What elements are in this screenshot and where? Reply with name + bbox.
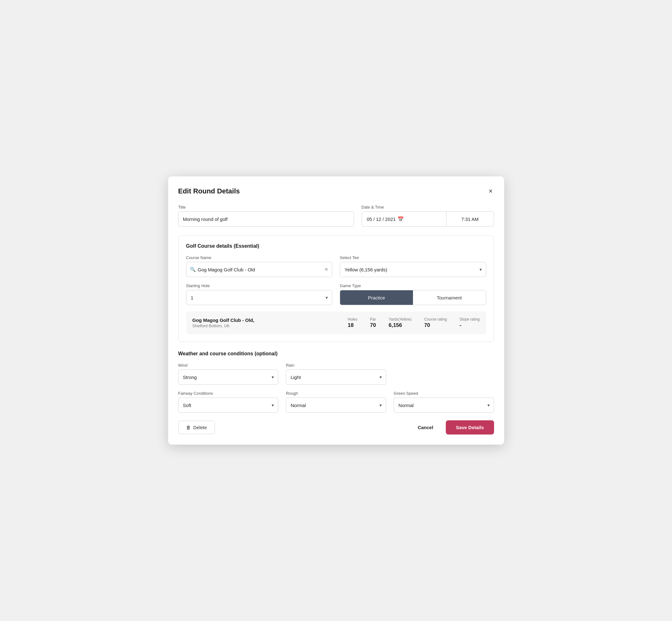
course-name-display: Gog Magog Golf Club - Old, bbox=[193, 318, 335, 323]
holes-stat: Holes 18 bbox=[348, 317, 358, 329]
course-rating-value: 70 bbox=[424, 322, 430, 329]
select-tee-wrapper: Yellow (6,156 yards) White Red Blue ▾ bbox=[340, 262, 486, 277]
fairway-group: Fairway Conditions Soft Normal Hard ▾ bbox=[178, 391, 279, 413]
clear-icon[interactable]: ✕ bbox=[324, 266, 328, 272]
rough-label: Rough bbox=[286, 391, 386, 396]
title-label: Title bbox=[178, 205, 354, 210]
rain-select[interactable]: None Light Moderate Heavy bbox=[286, 370, 386, 385]
rough-select[interactable]: Soft Normal Hard bbox=[286, 398, 386, 413]
wind-wrapper: None Light Moderate Strong ▾ bbox=[178, 370, 279, 385]
starting-hole-wrapper: 1234 5678 910 ▾ bbox=[186, 290, 333, 305]
calendar-icon: 📅 bbox=[397, 216, 404, 222]
title-group: Title bbox=[178, 205, 354, 226]
starting-hole-group: Starting Hole 1234 5678 910 ▾ bbox=[186, 283, 333, 305]
slope-rating-value: - bbox=[459, 322, 461, 329]
rough-wrapper: Soft Normal Hard ▾ bbox=[286, 398, 386, 413]
footer-right: Cancel Save Details bbox=[413, 420, 494, 434]
par-label: Par bbox=[370, 317, 376, 322]
slope-rating-stat: Slope rating - bbox=[459, 317, 479, 329]
holes-value: 18 bbox=[348, 322, 354, 329]
game-type-toggle: Practice Tournament bbox=[340, 290, 486, 305]
yards-label: Yards(Yellow) bbox=[389, 317, 412, 322]
par-stat: Par 70 bbox=[370, 317, 376, 329]
game-type-label: Game Type bbox=[340, 283, 486, 288]
yards-stat: Yards(Yellow) 6,156 bbox=[389, 317, 412, 329]
footer-row: 🗑 Delete Cancel Save Details bbox=[178, 420, 494, 434]
fairway-wrapper: Soft Normal Hard ▾ bbox=[178, 398, 279, 413]
green-speed-wrapper: Slow Normal Fast ▾ bbox=[394, 398, 494, 413]
weather-row-2: Fairway Conditions Soft Normal Hard ▾ Ro… bbox=[178, 391, 494, 413]
course-name-input[interactable] bbox=[186, 262, 333, 277]
golf-course-title: Golf Course details (Essential) bbox=[186, 243, 486, 249]
cancel-button[interactable]: Cancel bbox=[413, 421, 438, 434]
rain-group: Rain None Light Moderate Heavy ▾ bbox=[286, 363, 386, 385]
practice-button[interactable]: Practice bbox=[340, 290, 413, 305]
weather-title: Weather and course conditions (optional) bbox=[178, 351, 494, 357]
wind-group: Wind None Light Moderate Strong ▾ bbox=[178, 363, 279, 385]
course-name-group: Course Name 🔍 ✕ bbox=[186, 255, 333, 277]
course-row-1: Course Name 🔍 ✕ Select Tee Yellow (6,156… bbox=[186, 255, 486, 277]
modal-title: Edit Round Details bbox=[178, 187, 240, 195]
fairway-select[interactable]: Soft Normal Hard bbox=[178, 398, 279, 413]
trash-icon: 🗑 bbox=[186, 425, 191, 430]
search-icon: 🔍 bbox=[190, 266, 196, 272]
delete-label: Delete bbox=[194, 425, 207, 430]
rough-group: Rough Soft Normal Hard ▾ bbox=[286, 391, 386, 413]
weather-section: Weather and course conditions (optional)… bbox=[178, 351, 494, 413]
delete-button[interactable]: 🗑 Delete bbox=[178, 421, 215, 434]
save-button[interactable]: Save Details bbox=[446, 420, 494, 434]
course-location: Shelford Bottom, UK bbox=[193, 323, 335, 328]
top-row: Title Date & Time 05 / 12 / 2021 📅 7:31 … bbox=[178, 205, 494, 226]
fairway-label: Fairway Conditions bbox=[178, 391, 279, 396]
course-name-wrapper: 🔍 ✕ bbox=[186, 262, 333, 277]
course-rating-stat: Course rating 70 bbox=[424, 317, 447, 329]
edit-round-modal: Edit Round Details × Title Date & Time 0… bbox=[168, 176, 504, 445]
game-type-group: Game Type Practice Tournament bbox=[340, 283, 486, 305]
close-button[interactable]: × bbox=[488, 187, 494, 196]
golf-course-section: Golf Course details (Essential) Course N… bbox=[178, 236, 494, 342]
par-value: 70 bbox=[370, 322, 376, 329]
green-speed-select[interactable]: Slow Normal Fast bbox=[394, 398, 494, 413]
rain-wrapper: None Light Moderate Heavy ▾ bbox=[286, 370, 386, 385]
yards-value: 6,156 bbox=[389, 322, 402, 329]
wind-select[interactable]: None Light Moderate Strong bbox=[178, 370, 279, 385]
time-value: 7:31 AM bbox=[461, 216, 478, 222]
weather-row-1: Wind None Light Moderate Strong ▾ Rain N… bbox=[178, 363, 494, 385]
select-tee-input[interactable]: Yellow (6,156 yards) White Red Blue bbox=[340, 262, 486, 277]
course-info-name: Gog Magog Golf Club - Old, Shelford Bott… bbox=[193, 318, 335, 328]
rain-label: Rain bbox=[286, 363, 386, 368]
select-tee-label: Select Tee bbox=[340, 255, 486, 260]
wind-label: Wind bbox=[178, 363, 279, 368]
date-field[interactable]: 05 / 12 / 2021 📅 bbox=[362, 212, 447, 226]
course-name-label: Course Name bbox=[186, 255, 333, 260]
time-field[interactable]: 7:31 AM bbox=[447, 212, 494, 226]
course-row-2: Starting Hole 1234 5678 910 ▾ Game Type … bbox=[186, 283, 486, 305]
course-info-box: Gog Magog Golf Club - Old, Shelford Bott… bbox=[186, 312, 486, 334]
slope-rating-label: Slope rating bbox=[459, 317, 479, 322]
course-rating-label: Course rating bbox=[424, 317, 447, 322]
green-speed-label: Green Speed bbox=[394, 391, 494, 396]
datetime-label: Date & Time bbox=[362, 205, 494, 210]
modal-header: Edit Round Details × bbox=[178, 187, 494, 196]
date-value: 05 / 12 / 2021 bbox=[367, 216, 396, 222]
holes-label: Holes bbox=[348, 317, 358, 322]
title-input[interactable] bbox=[178, 211, 354, 226]
datetime-group: Date & Time 05 / 12 / 2021 📅 7:31 AM bbox=[362, 205, 494, 226]
starting-hole-select[interactable]: 1234 5678 910 bbox=[186, 290, 333, 305]
green-speed-group: Green Speed Slow Normal Fast ▾ bbox=[394, 391, 494, 413]
starting-hole-label: Starting Hole bbox=[186, 283, 333, 288]
tournament-button[interactable]: Tournament bbox=[413, 290, 486, 305]
datetime-inner: 05 / 12 / 2021 📅 7:31 AM bbox=[362, 211, 494, 226]
select-tee-group: Select Tee Yellow (6,156 yards) White Re… bbox=[340, 255, 486, 277]
